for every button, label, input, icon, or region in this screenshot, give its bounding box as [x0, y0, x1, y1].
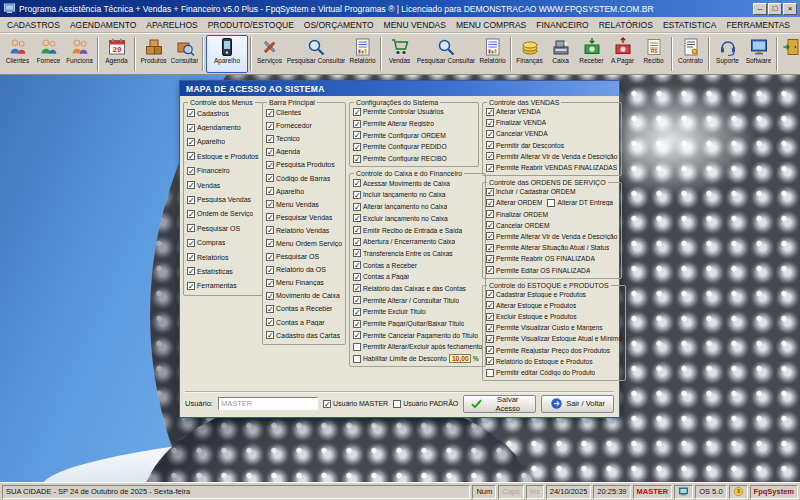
checkbox[interactable]: ✓ [486, 199, 494, 207]
checkbox[interactable] [353, 343, 361, 351]
recibo-button[interactable]: R$Recibo [638, 35, 669, 73]
checkbox-cancelar-ordem[interactable]: ✓Cancelar ORDEM [486, 220, 618, 231]
checkbox-permitir-alterar-vlr-de-venda-e-descricao[interactable]: ✓Permitir Alterar Vlr de Venda e Descriç… [486, 151, 618, 162]
checkbox-ordem-de-servico[interactable]: ✓Ordem de Serviço [187, 207, 259, 221]
checkbox[interactable]: ✓ [266, 318, 274, 326]
checkbox-pesquisa-produtos[interactable]: ✓Pesquisa Produtos [266, 158, 342, 171]
aparelho-button[interactable]: Aparelho [206, 35, 248, 73]
checkbox[interactable]: ✓ [187, 282, 195, 290]
checkbox-menu-vendas[interactable]: ✓Menu Vendas [266, 198, 342, 211]
checkbox[interactable]: ✓ [266, 292, 274, 300]
checkbox-alterar-ordem[interactable]: ✓Alterar ORDEMAlterar DT Entrega [486, 197, 618, 208]
limite-desconto-input[interactable] [449, 354, 471, 363]
checkbox[interactable]: ✓ [353, 308, 361, 316]
checkbox[interactable]: ✓ [187, 210, 195, 218]
fornece-button[interactable]: Fornece [33, 35, 64, 73]
checkbox[interactable]: ✓ [266, 135, 274, 143]
checkbox-permite-excluir-titulo[interactable]: ✓Permite Excluir Titulo [353, 306, 482, 318]
checkbox[interactable] [393, 400, 401, 408]
checkbox-agendamento[interactable]: ✓Agendamento [187, 120, 259, 134]
checkbox-permite-pagar-quitar-baixar-titulo[interactable]: ✓Permite Pagar/Quitar/Baixar Titulo [353, 318, 482, 330]
menu-menu-compras[interactable]: MENU COMPRAS [451, 19, 531, 31]
checkbox-alterar-lancamento-no-caixa[interactable]: ✓Alterar lançamento no Caixa [353, 201, 482, 213]
checkbox[interactable]: ✓ [266, 331, 274, 339]
vendas-button[interactable]: Vendas [384, 35, 415, 73]
checkbox-compras[interactable]: ✓Compras [187, 236, 259, 250]
checkbox-acessar-movimento-de-caixa[interactable]: ✓Acessar Movimento de Caixa [353, 177, 482, 189]
caixa-button[interactable]: Caixa [545, 35, 576, 73]
checkbox-aparelho[interactable]: ✓Aparelho [187, 135, 259, 149]
checkbox[interactable]: ✓ [486, 164, 494, 172]
checkbox-finalizar-ordem[interactable]: ✓Finalizar ORDEM [486, 209, 618, 220]
checkbox[interactable]: ✓ [187, 152, 195, 160]
checkbox[interactable]: ✓ [266, 266, 274, 274]
checkbox-permitir-alterar-excluir-apos-fechamento[interactable]: Permitir Alterar/Excluir após fechamento [353, 341, 482, 353]
checkbox-permite-alterar-consultar-titulo[interactable]: ✓Permite Alterar / Consultar Titulo [353, 294, 482, 306]
checkbox[interactable]: ✓ [187, 109, 195, 117]
pesquisar-consultar-os-button[interactable]: Pesquisar Consultar [285, 35, 347, 73]
checkbox-emitir-recibo-de-entrada-e-saida[interactable]: ✓Emitir Recibo de Entrada e Saída [353, 224, 482, 236]
checkbox-pesquisar-vendas[interactable]: ✓Pesquisar Vendas [266, 211, 342, 224]
checkbox[interactable]: ✓ [353, 143, 361, 151]
checkbox[interactable]: ✓ [353, 238, 361, 246]
minimize-button[interactable]: – [753, 3, 767, 15]
checkbox-agenda[interactable]: ✓Agenda [266, 145, 342, 158]
usuario-input[interactable] [218, 397, 318, 410]
close-button[interactable]: × [783, 3, 797, 15]
checkbox-permite-configurar-ordem[interactable]: ✓Permite Configurar ORDEM [353, 129, 475, 141]
menu-produto-estoque[interactable]: PRODUTO/ESTOQUE [203, 19, 299, 31]
checkbox[interactable]: ✓ [486, 221, 494, 229]
checkbox[interactable]: ✓ [266, 305, 274, 313]
receber-button[interactable]: Receber [576, 35, 607, 73]
checkbox[interactable]: ✓ [187, 167, 195, 175]
checkbox[interactable]: ✓ [266, 122, 274, 130]
checkbox-abertura-encerramento-caixa[interactable]: ✓Abertura / Encerramento Caixa [353, 236, 482, 248]
menu-menu-vendas[interactable]: MENU VENDAS [379, 19, 451, 31]
menu-ajuda[interactable]: AJUDA [795, 19, 800, 31]
checkbox[interactable]: ✓ [266, 253, 274, 261]
checkbox[interactable]: ✓ [353, 214, 361, 222]
consultar-produtos-button[interactable]: Consultar [169, 35, 200, 73]
relatorio-os-button[interactable]: Relatório [347, 35, 378, 73]
menu-aparelhos[interactable]: APARELHOS [141, 19, 202, 31]
checkbox[interactable]: ✓ [486, 313, 494, 321]
checkbox-relatorio-da-os[interactable]: ✓Relatório da OS [266, 263, 342, 276]
checkbox-incluir-lancamento-no-caixa[interactable]: ✓Incluir lançamento no Caixa [353, 189, 482, 201]
checkbox-cancelar-venda[interactable]: ✓Cancelar VENDA [486, 128, 618, 139]
checkbox[interactable]: ✓ [486, 108, 494, 116]
checkbox[interactable]: ✓ [187, 239, 195, 247]
checkbox-fornecedor[interactable]: ✓Fornecedor [266, 119, 342, 132]
checkbox-relatorio-do-estoque-e-produtos[interactable]: ✓Relatório do Estoque e Produtos [486, 356, 622, 367]
checkbox-habilitar-limite-de-desconto[interactable]: Habilitar Limite de Desconto% [353, 353, 482, 365]
financas-button[interactable]: Finanças [514, 35, 545, 73]
checkbox[interactable]: ✓ [187, 224, 195, 232]
checkbox-permite-editar-os-finalizada[interactable]: ✓Permite Editar OS FINALIZADA [486, 264, 618, 275]
checkbox[interactable]: ✓ [353, 179, 361, 187]
checkbox-permitir-editar-codigo-do-produto[interactable]: Permitir editar Código do Produto [486, 367, 622, 378]
sair-voltar-button[interactable]: Sair / Voltar [541, 395, 614, 413]
checkbox-relatorio-das-caixas-e-das-contas[interactable]: ✓Relatório das Caixas e das Contas [353, 283, 482, 295]
menu-cadastros[interactable]: CADASTROS [2, 19, 65, 31]
checkbox-movimento-de-caixa[interactable]: ✓Movimento de Caixa [266, 289, 342, 302]
checkbox-cadastro-das-cartas[interactable]: ✓Cadastro das Cartas [266, 329, 342, 342]
servicos-button[interactable]: Serviços [254, 35, 285, 73]
menu-agendamento[interactable]: AGENDAMENTO [65, 19, 141, 31]
clientes-button[interactable]: Clientes [2, 35, 33, 73]
checkbox-vendas[interactable]: ✓Vendas [187, 178, 259, 192]
checkbox-estatisticas[interactable]: ✓Estatísticas [187, 264, 259, 278]
checkbox-tecnico[interactable]: ✓Tecnico [266, 132, 342, 145]
checkbox-permite-reajustar-preco-dos-produtos[interactable]: ✓Permite Reajustar Preço dos Produtos [486, 345, 622, 356]
checkbox-codigo-de-barras[interactable]: ✓Código de Barras [266, 171, 342, 184]
checkbox-estoque-e-produtos[interactable]: ✓Estoque e Produtos [187, 149, 259, 163]
checkbox-financeiro[interactable]: ✓Financeiro [187, 164, 259, 178]
checkbox-clientes[interactable]: ✓Clientes [266, 106, 342, 119]
checkbox[interactable]: ✓ [266, 174, 274, 182]
sair-app-button[interactable] [780, 35, 800, 73]
suporte-button[interactable]: Suporte [712, 35, 743, 73]
checkbox[interactable]: ✓ [486, 335, 494, 343]
checkbox[interactable]: ✓ [353, 249, 361, 257]
checkbox[interactable]: ✓ [353, 284, 361, 292]
checkbox-alterar-venda[interactable]: ✓Alterar VENDA [486, 106, 618, 117]
checkbox-permite-reabrir-vendas-finalizadas[interactable]: ✓Permite Reabrir VENDAS FINALIZADAS [486, 162, 618, 173]
checkbox[interactable]: ✓ [353, 273, 361, 281]
